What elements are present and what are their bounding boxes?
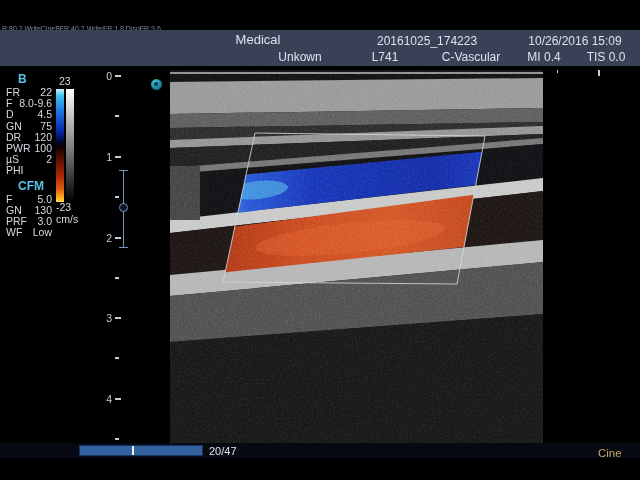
ultrasound-screen: R:80.2 WriteCineBFR:40.2 WriteFR:1.8 Dis…: [0, 0, 640, 480]
param-label: PHI: [6, 165, 24, 176]
depth-tick: [115, 438, 119, 440]
depth-tick: [115, 398, 121, 400]
b-mode-header: B: [6, 72, 52, 87]
patient-name: Unkown: [260, 50, 340, 64]
frame-counter: 20/47: [209, 445, 237, 457]
param-label: D: [6, 109, 14, 120]
probe-orientation-icon: [151, 79, 162, 90]
depth-tick: [115, 317, 121, 319]
param-label: WF: [6, 227, 22, 238]
focus-marker-handle[interactable]: [119, 203, 128, 212]
depth-tick: [115, 277, 119, 279]
doppler-colorbar: [56, 89, 64, 202]
colorbar-scale: 23 -23 cm/s: [56, 76, 96, 225]
param-value: 4.5: [37, 109, 52, 120]
cine-progress-bar[interactable]: [79, 445, 203, 456]
depth-mark-1: 1: [98, 151, 112, 163]
param-row-d: D4.5: [6, 109, 52, 120]
exam-session-id: 20161025_174223: [377, 34, 477, 48]
exam-preset: C-Vascular: [431, 50, 511, 64]
depth-mark-3: 3: [98, 312, 112, 324]
colorbar-max-label: 23: [59, 76, 96, 87]
param-row-cfm-f: F5.0: [6, 194, 52, 205]
depth-tick: [115, 237, 121, 239]
parameter-panel: B FR22 F8.0-9.6 D4.5 GN75 DR120 PWR100 µ…: [6, 72, 52, 238]
depth-mark-0: 0: [98, 70, 112, 82]
colorbar-unit-label: cm/s: [56, 213, 96, 225]
date-time: 10/26/2016 15:09: [521, 34, 629, 48]
focus-marker-cap: [119, 170, 128, 171]
ultrasound-scene: [170, 70, 543, 443]
probe-model: L741: [355, 50, 415, 64]
width-tick: [598, 70, 600, 76]
cine-position-marker[interactable]: [132, 446, 134, 455]
depth-mark-4: 4: [98, 393, 112, 405]
grayscale-bar: [66, 89, 74, 202]
mechanical-index: MI 0.4: [514, 50, 574, 64]
ultrasound-image[interactable]: [170, 70, 543, 443]
thermal-index: TIS 0.0: [576, 50, 636, 64]
width-tick: [557, 70, 558, 73]
param-value: Low: [33, 227, 52, 238]
focus-marker-cap: [119, 247, 128, 248]
header-bar: Medical 20161025_174223 10/26/2016 15:09…: [0, 30, 640, 66]
depth-tick: [115, 357, 119, 359]
depth-tick: [115, 75, 121, 77]
cine-mode-label: Cine: [598, 447, 622, 459]
depth-tick: [115, 196, 119, 198]
cfm-mode-header: CFM: [6, 179, 52, 194]
param-label: F: [6, 194, 12, 205]
depth-tick: [115, 156, 121, 158]
param-row-phi: PHI: [6, 165, 52, 176]
colorbar-min-label: -23: [56, 202, 96, 213]
param-row-wf: WFLow: [6, 227, 52, 238]
depth-tick: [115, 115, 119, 117]
param-value: 2: [46, 154, 52, 165]
param-value: 5.0: [37, 194, 52, 205]
depth-mark-2: 2: [98, 232, 112, 244]
hospital-name: Medical: [200, 32, 316, 47]
